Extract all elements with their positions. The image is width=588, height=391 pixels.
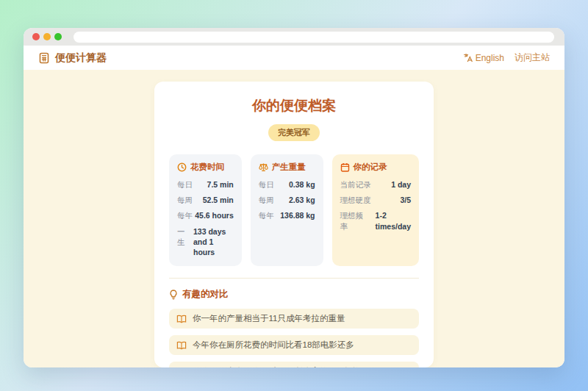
main-site-label: 访问主站: [514, 51, 550, 64]
translate-icon: [463, 53, 473, 62]
calculator-icon: [38, 52, 50, 64]
stat-value: 0.38 kg: [289, 179, 315, 190]
page-title: 你的便便档案: [169, 96, 419, 115]
comparison-text: 你一年的产量相当于11只成年考拉的重量: [193, 313, 345, 324]
header-links: English 访问主站: [463, 51, 550, 64]
browser-chrome-bar: [24, 28, 564, 46]
language-switch-label: English: [476, 53, 504, 63]
stat-value: 136.88 kg: [280, 210, 315, 220]
site-header: 便便计算器 English 访问主站: [24, 46, 564, 70]
comparisons-section-title: 有趣的对比: [169, 288, 419, 301]
stat-value: 3/5: [400, 195, 411, 205]
stat-label: 每周: [177, 195, 193, 205]
comparison-text: 今年你在厕所花费的时间比看18部电影还多: [193, 340, 354, 351]
stat-value: 45.6 hours: [195, 210, 234, 220]
comparison-item-koala: 你一年的产量相当于11只成年考拉的重量: [169, 309, 419, 329]
stat-value: 1 day: [391, 179, 411, 190]
stat-label: 一生: [177, 226, 187, 258]
stat-title-records: 你的记录: [354, 162, 387, 173]
stat-label: 每日: [259, 179, 274, 190]
page-content: 你的便便档案 完美冠军 花费时间: [24, 70, 564, 367]
stat-card-time: 花费时间 每日 7.5 min 每周 52.5 min 每年 45.6 hour…: [169, 154, 242, 266]
comparisons-title-label: 有趣的对比: [182, 288, 229, 301]
stat-label: 当前记录: [340, 179, 371, 190]
language-switch-link[interactable]: English: [463, 53, 504, 63]
site-title: 便便计算器: [55, 51, 107, 65]
stat-label: 每年: [177, 210, 193, 220]
url-bar[interactable]: [74, 32, 554, 43]
browser-window: 便便计算器 English 访问主站: [24, 28, 564, 367]
stat-label: 理想频率: [340, 210, 370, 231]
main-site-link[interactable]: 访问主站: [514, 51, 550, 64]
stat-value: 52.5 min: [203, 195, 234, 205]
window-controls: [32, 33, 62, 40]
stat-title-time: 花费时间: [190, 162, 224, 173]
stat-title-weight: 产生重量: [272, 162, 306, 173]
scale-icon: [259, 162, 268, 172]
stat-label: 每年: [259, 210, 274, 220]
achievement-badge: 完美冠军: [268, 124, 320, 141]
stats-grid: 花费时间 每日 7.5 min 每周 52.5 min 每年 45.6 hour…: [169, 154, 419, 266]
maximize-button[interactable]: [54, 33, 62, 40]
stat-label: 每日: [177, 179, 193, 190]
profile-card: 你的便便档案 完美冠军 花费时间: [154, 82, 434, 367]
lightbulb-icon: [169, 290, 178, 300]
comparison-item-books: 在你的一生中，你可以在厕所读完约532本书: [169, 362, 419, 367]
comparison-item-movies: 今年你在厕所花费的时间比看18部电影还多: [169, 335, 419, 355]
open-book-icon: [176, 315, 187, 323]
site-logo[interactable]: 便便计算器: [38, 51, 107, 65]
clock-icon: [177, 162, 187, 172]
minimize-button[interactable]: [43, 33, 51, 40]
stat-card-weight: 产生重量 每日 0.38 kg 每周 2.63 kg 每年 136.88 kg: [251, 154, 323, 266]
section-divider: [169, 278, 419, 279]
stat-value: 2.63 kg: [289, 195, 315, 205]
comparison-text: 在你的一生中，你可以在厕所读完约532本书: [193, 366, 359, 367]
stat-value: 7.5 min: [207, 179, 234, 190]
stat-label: 每周: [259, 195, 274, 205]
stat-label: 理想硬度: [340, 195, 371, 205]
stat-card-records: 你的记录 当前记录 1 day 理想硬度 3/5 理想频率 1-2 times/…: [332, 154, 419, 266]
close-button[interactable]: [32, 33, 40, 40]
calendar-icon: [340, 162, 350, 172]
open-book-icon: [176, 341, 187, 350]
stat-value: 133 days and 1 hours: [193, 226, 234, 258]
stat-value: 1-2 times/day: [376, 210, 411, 231]
